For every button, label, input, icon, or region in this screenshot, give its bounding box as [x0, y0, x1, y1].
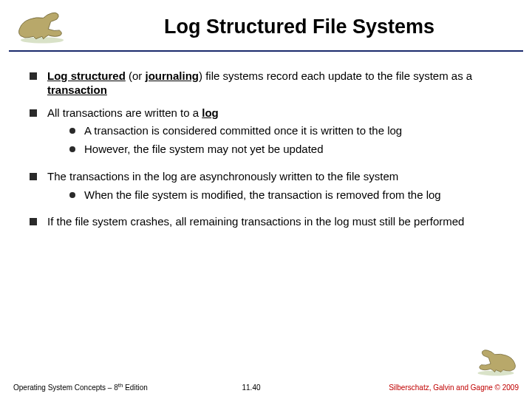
circle-bullet-icon [69, 146, 75, 152]
footer-page-number: 11.40 [242, 383, 260, 392]
footer-left: Operating System Concepts – 8th Edition [13, 382, 242, 392]
text: When the file system is modified, the tr… [84, 188, 498, 202]
circle-bullet-icon [69, 192, 75, 198]
text-log: log [202, 106, 219, 119]
text-transaction: transaction [47, 83, 107, 96]
footer-right: Silberschatz, Galvin and Gagne © 2009 [290, 383, 519, 392]
slide-title: Log Structured File Systems [75, 16, 523, 38]
bullet-1: Log structured (or journaling) file syst… [30, 69, 498, 98]
bullet-4: If the file system crashes, all remainin… [30, 215, 498, 229]
text-log-structured: Log structured [47, 69, 126, 82]
text: If the file system crashes, all remainin… [47, 215, 498, 229]
bullet-2: All transactions are written to a log A … [30, 106, 498, 161]
text: All transactions are written to a [47, 106, 202, 119]
dinosaur-right-icon [470, 345, 522, 378]
text: The transactions in the log are asynchro… [47, 170, 398, 183]
square-bullet-icon [30, 109, 37, 117]
svg-point-0 [21, 37, 64, 43]
subbullet-2-1: A transaction is considered committed on… [69, 124, 498, 138]
subbullet-2-2: However, the file system may not yet be … [69, 143, 498, 157]
bullet-3: The transactions in the log are asynchro… [30, 170, 498, 207]
slide-header: Log Structured File Systems [0, 0, 532, 49]
square-bullet-icon [30, 218, 37, 225]
slide-footer: Operating System Concepts – 8th Edition … [0, 382, 532, 392]
text: However, the file system may not yet be … [84, 143, 498, 157]
subbullet-3-1: When the file system is modified, the tr… [69, 188, 498, 202]
square-bullet-icon [30, 173, 37, 180]
svg-point-1 [478, 370, 514, 375]
slide-content: Log structured (or journaling) file syst… [0, 52, 532, 229]
text: (or [126, 69, 146, 82]
text: file systems record each update to the f… [205, 69, 472, 82]
square-bullet-icon [30, 72, 37, 80]
circle-bullet-icon [69, 128, 75, 134]
text: ) [199, 69, 205, 82]
text-journaling: journaling [146, 69, 200, 82]
dinosaur-left-icon [9, 8, 75, 45]
text: A transaction is considered committed on… [84, 124, 498, 138]
